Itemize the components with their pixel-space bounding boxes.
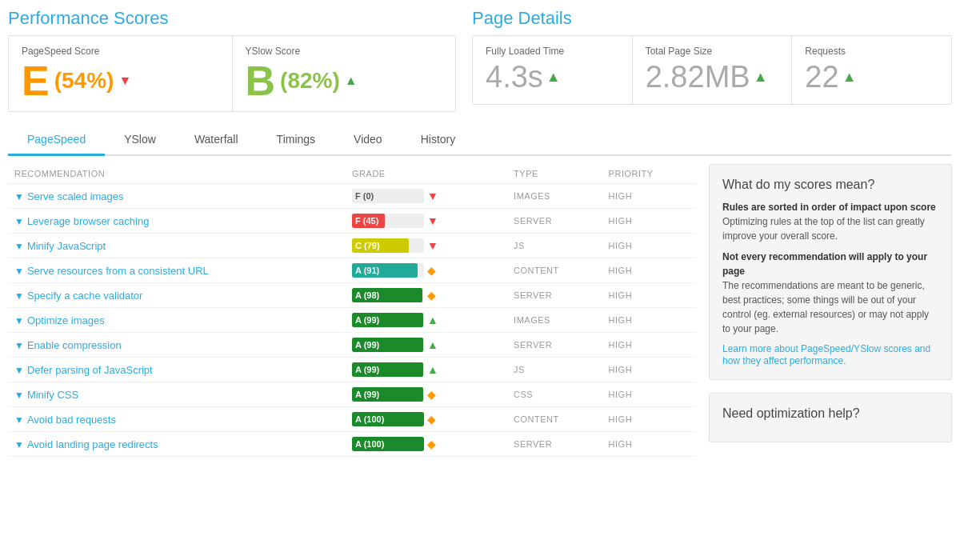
bar-container: A (99)	[352, 338, 424, 352]
col-type: TYPE	[507, 164, 602, 184]
grade-bar: A (99) ▲	[352, 313, 501, 327]
rec-name[interactable]: Avoid bad requests	[27, 414, 116, 426]
bar-container: A (99)	[352, 387, 424, 402]
scores-meaning-para2: Not every recommendation will apply to y…	[722, 250, 938, 336]
optimization-help-title: Need optimization help?	[722, 406, 938, 421]
grade-bar: A (98) ◆	[352, 288, 501, 302]
scores-meaning-link[interactable]: Learn more about PageSpeed/YSlow scores …	[722, 343, 930, 366]
score-cards: PageSpeed Score E (54%) ▼ YSlow Score B …	[8, 35, 456, 112]
table-row: ▼Specify a cache validator A (98) ◆ SERV…	[8, 283, 696, 308]
rec-name[interactable]: Minify CSS	[27, 389, 78, 401]
rec-name[interactable]: Leverage browser caching	[27, 215, 149, 227]
priority-cell: HIGH	[602, 358, 696, 382]
fully-loaded-value: 4.3s ▲	[486, 60, 619, 94]
priority-cell: HIGH	[602, 184, 696, 209]
expand-icon: ▼	[14, 414, 24, 426]
priority-cell: HIGH	[602, 432, 696, 457]
requests-label: Requests	[805, 46, 938, 57]
table-row: ▼Enable compression A (99) ▲ SERVERHIGH	[8, 333, 696, 358]
bar-fill: C (79)	[352, 238, 409, 253]
table-row: ▼Avoid landing page redirects A (100) ◆ …	[8, 432, 696, 457]
yslow-letter: B	[246, 60, 276, 102]
recommendations-panel: RECOMMENDATION GRADE TYPE PRIORITY ▼Serv…	[8, 164, 696, 457]
expand-icon: ▼	[14, 241, 24, 252]
yslow-pct: (82%)	[280, 68, 340, 94]
rec-name[interactable]: Serve resources from a consistent URL	[27, 265, 209, 277]
type-cell: IMAGES	[507, 308, 602, 333]
grade-bar: A (100) ◆	[352, 412, 501, 426]
type-cell: SERVER	[507, 432, 602, 457]
trend-icon: ▼	[427, 214, 438, 227]
table-row: ▼Serve scaled images F (0) ▼ IMAGESHIGH	[8, 184, 696, 209]
table-row: ▼Defer parsing of JavaScript A (99) ▲ JS…	[8, 358, 696, 382]
rec-name[interactable]: Enable compression	[27, 339, 122, 351]
rec-name[interactable]: Avoid landing page redirects	[27, 438, 158, 450]
grade-bar: C (79) ▼	[352, 238, 501, 253]
bar-fill: A (91)	[352, 263, 418, 278]
rec-name[interactable]: Defer parsing of JavaScript	[27, 364, 153, 376]
trend-icon: ▼	[427, 239, 438, 252]
scores-meaning-box: What do my scores mean? Rules are sorted…	[709, 164, 952, 380]
total-size-card: Total Page Size 2.82MB ▲	[633, 36, 793, 104]
grade-bar: F (0) ▼	[352, 189, 501, 203]
type-cell: JS	[507, 358, 602, 382]
table-row: ▼Serve resources from a consistent URL A…	[8, 258, 696, 283]
page-details-section: Page Details Fully Loaded Time 4.3s ▲ To…	[472, 8, 952, 112]
bar-fill: F (45)	[352, 214, 385, 228]
expand-icon: ▼	[14, 216, 24, 227]
expand-icon: ▼	[14, 390, 24, 401]
pagespeed-card: PageSpeed Score E (54%) ▼	[9, 36, 233, 111]
col-grade: GRADE	[346, 164, 507, 184]
rec-name[interactable]: Optimize images	[27, 314, 105, 326]
yslow-trend-icon: ▲	[345, 74, 358, 88]
pagespeed-label: PageSpeed Score	[22, 46, 219, 57]
bar-container: F (0)	[352, 189, 424, 203]
trend-icon: ▲	[427, 363, 438, 376]
rec-name[interactable]: Serve scaled images	[27, 190, 124, 202]
bar-container: A (91)	[352, 263, 424, 278]
type-cell: JS	[507, 234, 602, 258]
expand-icon: ▼	[14, 439, 24, 450]
trend-icon: ◆	[427, 289, 436, 302]
priority-cell: HIGH	[602, 308, 696, 333]
requests-number: 22	[805, 60, 838, 94]
bar-fill: A (99)	[352, 362, 423, 377]
requests-trend: ▲	[842, 69, 857, 86]
recommendations-table: RECOMMENDATION GRADE TYPE PRIORITY ▼Serv…	[8, 164, 696, 457]
yslow-label: YSlow Score	[246, 46, 443, 57]
rec-name[interactable]: Minify JavaScript	[27, 240, 106, 252]
requests-card: Requests 22 ▲	[792, 36, 951, 104]
grade-bar: A (100) ◆	[352, 437, 501, 451]
col-priority: PRIORITY	[602, 164, 696, 184]
trend-icon: ▲	[427, 314, 438, 326]
fully-loaded-label: Fully Loaded Time	[486, 46, 619, 57]
scores-meaning-para1-strong: Rules are sorted in order of impact upon…	[722, 202, 936, 213]
tab-yslow[interactable]: YSlow	[105, 125, 175, 156]
total-size-number: 2.82MB	[646, 60, 750, 94]
priority-cell: HIGH	[602, 283, 696, 308]
pagespeed-pct: (54%)	[54, 68, 114, 94]
table-row: ▼Avoid bad requests A (100) ◆ CONTENTHIG…	[8, 407, 696, 432]
bar-container: A (100)	[352, 412, 424, 426]
priority-cell: HIGH	[602, 333, 696, 358]
trend-icon: ◆	[427, 438, 436, 450]
tab-history[interactable]: History	[402, 125, 475, 156]
tab-video[interactable]: Video	[334, 125, 402, 156]
type-cell: SERVER	[507, 209, 602, 234]
tab-waterfall[interactable]: Waterfall	[175, 125, 258, 156]
scores-meaning-para2-text: The recommendations are meant to be gene…	[722, 280, 929, 334]
pagespeed-trend-icon: ▼	[118, 74, 131, 88]
trend-icon: ▼	[427, 190, 438, 202]
priority-cell: HIGH	[602, 258, 696, 283]
bar-fill: A (99)	[352, 313, 423, 327]
total-size-value: 2.82MB ▲	[646, 60, 779, 94]
table-row: ▼Minify CSS A (99) ◆ CSSHIGH	[8, 382, 696, 407]
fully-loaded-number: 4.3s	[486, 60, 543, 94]
type-cell: SERVER	[507, 283, 602, 308]
priority-cell: HIGH	[602, 382, 696, 407]
rec-name[interactable]: Specify a cache validator	[27, 290, 143, 302]
tab-timings[interactable]: Timings	[258, 125, 335, 156]
tab-pagespeed[interactable]: PageSpeed	[8, 125, 105, 156]
trend-icon: ▲	[427, 338, 438, 351]
grade-bar: F (45) ▼	[352, 214, 501, 228]
